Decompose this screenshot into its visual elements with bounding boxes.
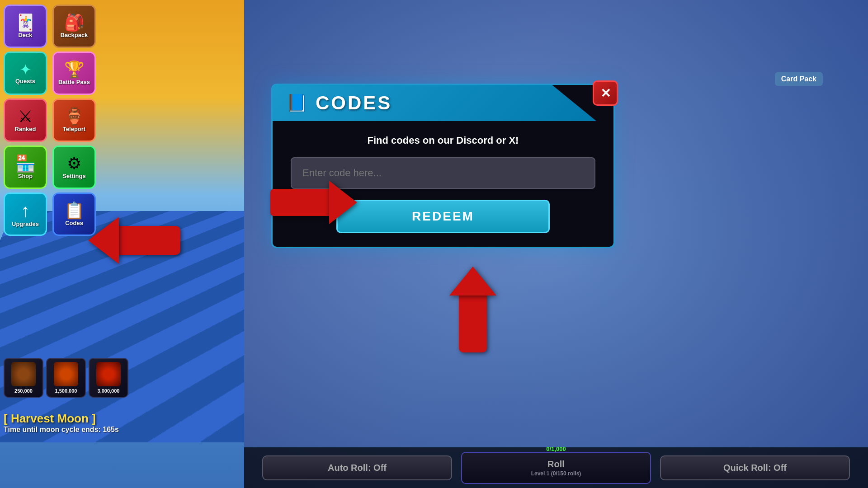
quests-label: Quests <box>15 78 35 84</box>
nav-btn-shop[interactable]: 🏪 Shop <box>4 145 47 189</box>
codes-description: Find codes on our Discord or X! <box>291 135 595 146</box>
nav-btn-battlepass[interactable]: 🏆 Battle Pass <box>52 52 96 95</box>
ranked-icon: ⚔ <box>18 108 33 125</box>
settings-icon: ⚙ <box>67 155 81 172</box>
backpack-label: Backpack <box>61 32 88 38</box>
nav-btn-upgrades[interactable]: ↑ Upgrades <box>4 192 47 236</box>
close-x-icon: ✕ <box>600 86 611 101</box>
arrow-redeem-pointer <box>449 267 496 352</box>
season-title: [ Harvest Moon ] <box>4 412 119 426</box>
quick-roll-button[interactable]: Quick Roll: Off <box>660 455 850 480</box>
season-timer: Time until moon cycle ends: 165s <box>4 426 119 434</box>
arrow-up-head <box>449 267 496 296</box>
shop-icon: 🏪 <box>15 155 36 172</box>
nav-btn-deck[interactable]: 🃏 Deck <box>4 5 47 48</box>
nav-btn-teleport[interactable]: 🏺 Teleport <box>52 99 96 142</box>
nav-btn-quests[interactable]: ✦ Quests <box>4 52 47 95</box>
codes-modal-title: CODES <box>316 92 392 114</box>
teleport-icon: 🏺 <box>64 108 85 125</box>
currency-item-3[interactable]: 3,000,000 <box>89 358 128 398</box>
auto-roll-button[interactable]: Auto Roll: Off <box>262 455 452 480</box>
codes-label: Codes <box>65 220 83 226</box>
battlepass-icon: 🏆 <box>64 61 85 78</box>
roll-counter: 0/1,000 <box>546 446 566 452</box>
battlepass-label: Battle Pass <box>58 79 90 85</box>
codes-icon: 📋 <box>64 202 85 219</box>
currency-row: 250,000 1,500,000 3,000,000 <box>4 358 128 398</box>
backpack-icon: 🎒 <box>64 14 85 31</box>
deck-label: Deck <box>18 32 32 38</box>
upgrades-label: Upgrades <box>12 221 39 227</box>
shop-label: Shop <box>18 173 33 179</box>
teleport-label: Teleport <box>63 126 85 132</box>
arrow-left-body <box>117 226 180 255</box>
ranked-label: Ranked <box>15 126 36 132</box>
currency-icon-3 <box>96 362 121 386</box>
currency-value-3: 3,000,000 <box>98 388 120 394</box>
currency-icon-1 <box>11 362 36 386</box>
deck-icon: 🃏 <box>15 14 36 31</box>
codes-modal-header: 📘 CODES <box>273 85 613 121</box>
quests-icon: ✦ <box>19 62 32 77</box>
arrow-up-body <box>459 294 487 352</box>
upgrades-icon: ↑ <box>21 202 30 220</box>
arrow-codes-pointer <box>88 217 180 264</box>
nav-grid: 🃏 Deck 🎒 Backpack ✦ Quests 🏆 Battle Pass… <box>4 5 98 236</box>
arrow-left-head <box>88 217 119 264</box>
arrow-right-head <box>329 181 357 224</box>
roll-button[interactable]: 0/1,000 Roll Level 1 (0/150 rolls) <box>461 452 651 484</box>
arrow-input-pointer <box>270 181 357 224</box>
nav-btn-settings[interactable]: ⚙ Settings <box>52 145 96 189</box>
redeem-button[interactable]: REDEEM <box>336 200 550 233</box>
currency-value-1: 250,000 <box>14 388 33 394</box>
currency-item-1[interactable]: 250,000 <box>4 358 43 398</box>
codes-header-book-icon: 📘 <box>286 93 307 113</box>
nav-btn-backpack[interactable]: 🎒 Backpack <box>52 5 96 48</box>
bottom-bar: Auto Roll: Off 0/1,000 Roll Level 1 (0/1… <box>244 447 868 488</box>
roll-sublabel: Level 1 (0/150 rolls) <box>489 470 623 477</box>
currency-item-2[interactable]: 1,500,000 <box>46 358 86 398</box>
codes-close-button[interactable]: ✕ <box>593 80 618 106</box>
currency-icon-2 <box>54 362 78 386</box>
season-label: [ Harvest Moon ] Time until moon cycle e… <box>4 412 119 434</box>
nav-btn-ranked[interactable]: ⚔ Ranked <box>4 99 47 142</box>
arrow-right-body <box>270 189 329 216</box>
card-pack-label: Card Pack <box>775 72 823 86</box>
currency-value-2: 1,500,000 <box>55 388 77 394</box>
settings-label: Settings <box>62 173 85 179</box>
roll-label: Roll <box>547 459 565 469</box>
